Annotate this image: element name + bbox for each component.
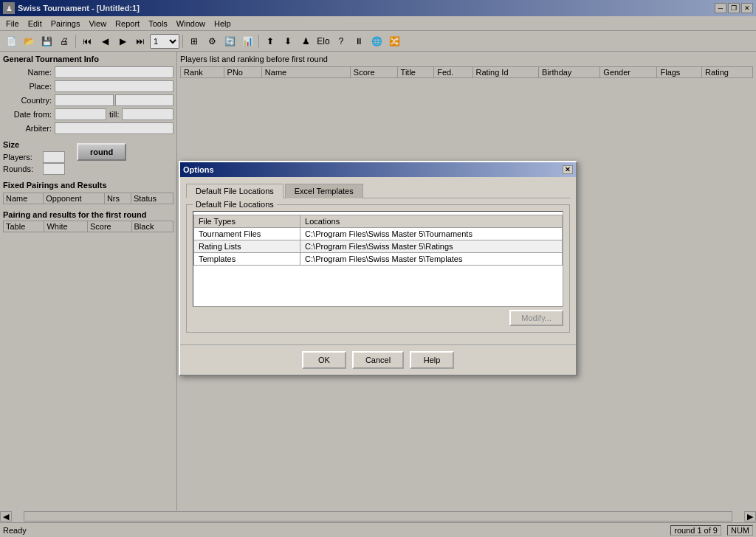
table-row[interactable]: Tournament Files C:\Program Files\Swiss … bbox=[194, 228, 563, 240]
dialog-overlay: Options ✕ Default File Locations Excel T… bbox=[0, 0, 756, 537]
dialog-bottom-buttons: OK Cancel Help bbox=[180, 344, 576, 375]
file-locations-title: Default File Locations bbox=[193, 200, 277, 209]
table-row[interactable]: Templates C:\Program Files\Swiss Master … bbox=[194, 253, 563, 266]
dialog-title: Options bbox=[183, 165, 214, 174]
options-dialog: Options ✕ Default File Locations Excel T… bbox=[179, 161, 577, 376]
file-types-table: File Types Locations Tournament Files C:… bbox=[193, 215, 563, 266]
tab-excel-templates[interactable]: Excel Templates bbox=[285, 184, 363, 198]
file-locations-group: Default File Locations File Types Locati… bbox=[186, 204, 570, 333]
modify-btn-container: Modify... bbox=[193, 310, 563, 326]
file-type-cell: Templates bbox=[194, 253, 300, 266]
table-row[interactable]: Rating Lists C:\Program Files\Swiss Mast… bbox=[194, 240, 563, 253]
ok-button[interactable]: OK bbox=[302, 351, 346, 369]
tab-default-file-locations[interactable]: Default File Locations bbox=[186, 184, 284, 198]
dialog-tabs: Default File Locations Excel Templates bbox=[186, 183, 570, 198]
file-types-scroll[interactable]: File Types Locations Tournament Files C:… bbox=[193, 211, 563, 307]
modify-button[interactable]: Modify... bbox=[509, 310, 563, 326]
dialog-close-button[interactable]: ✕ bbox=[563, 165, 573, 174]
location-cell: C:\Program Files\Swiss Master 5\Ratings bbox=[300, 240, 563, 253]
dialog-title-bar: Options ✕ bbox=[180, 162, 576, 177]
location-cell: C:\Program Files\Swiss Master 5\Tourname… bbox=[300, 228, 563, 240]
cancel-button[interactable]: Cancel bbox=[352, 351, 404, 369]
col-locations: Locations bbox=[300, 215, 563, 228]
dialog-content: Default File Locations Excel Templates D… bbox=[180, 177, 576, 344]
location-cell: C:\Program Files\Swiss Master 5\Template… bbox=[300, 253, 563, 266]
help-button[interactable]: Help bbox=[410, 351, 454, 369]
col-file-types: File Types bbox=[194, 215, 300, 228]
file-type-cell: Rating Lists bbox=[194, 240, 300, 253]
file-type-cell: Tournament Files bbox=[194, 228, 300, 240]
